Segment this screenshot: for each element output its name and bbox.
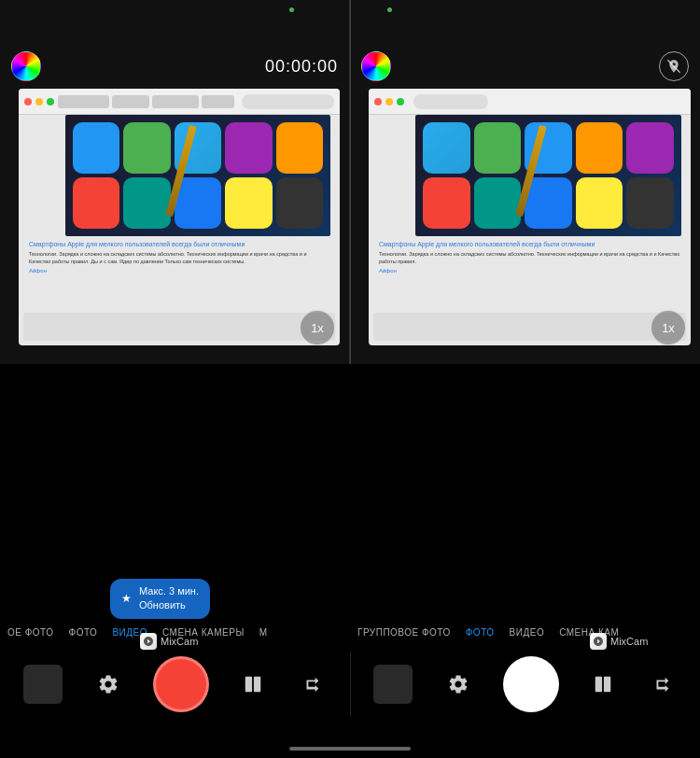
split-btn-right[interactable] xyxy=(588,669,618,699)
mode-tab-video-right[interactable]: ВИДЕО xyxy=(502,627,553,638)
controls-divider xyxy=(350,652,351,717)
app-icon-r-9 xyxy=(576,177,623,229)
browser-dot-red xyxy=(24,98,32,105)
app-icons-grid-right xyxy=(415,115,681,236)
browser-url-bar-left xyxy=(242,94,334,109)
right-indicator-dot xyxy=(387,7,392,12)
browser-bar-left xyxy=(19,89,340,115)
notification-line2: Обновить xyxy=(139,598,199,612)
zoom-btn-left[interactable]: 1x xyxy=(300,310,335,345)
app-icon-8 xyxy=(175,177,221,229)
app-icon-r-4 xyxy=(576,122,623,174)
mode-tab-m[interactable]: М xyxy=(252,627,275,638)
article-body-left: Технологии. Зарядка и сложно на складски… xyxy=(29,251,329,265)
article-footer-left xyxy=(23,313,335,341)
app-icons-grid-left xyxy=(65,115,330,236)
phone-display-left xyxy=(65,115,330,236)
svg-rect-1 xyxy=(245,677,252,693)
app-icon-r-8 xyxy=(525,177,572,229)
browser-dot-green xyxy=(47,98,54,105)
color-wheel-left[interactable] xyxy=(11,51,41,81)
flip-btn-right[interactable] xyxy=(647,669,677,699)
browser-tab-2 xyxy=(112,95,149,108)
right-cam-top-controls xyxy=(350,51,700,81)
app-icon-r-1 xyxy=(423,122,470,174)
app-icon-2 xyxy=(123,122,170,174)
notification-line1: Макс. 3 мин. xyxy=(139,584,199,598)
app-icon-7 xyxy=(123,177,170,229)
mode-tab-live-photo[interactable]: ОЕ ФОТО xyxy=(0,627,62,638)
top-indicator-dots xyxy=(0,7,700,12)
mode-tab-photo-left[interactable]: ФОТО xyxy=(62,627,105,638)
app-icon-4 xyxy=(225,122,272,174)
mode-tab-group-photo[interactable]: ГРУППОВОЕ ФОТО xyxy=(350,627,458,638)
left-browser-screenshot: Смартфоны Apple для мелкого пользователе… xyxy=(19,89,340,345)
notification-tooltip[interactable]: ★ Макс. 3 мин. Обновить xyxy=(110,579,210,619)
app-icon-r-10 xyxy=(626,177,674,229)
vertical-divider xyxy=(350,0,351,364)
mixcam-watermark-left: MixCam xyxy=(140,633,198,650)
zoom-btn-right[interactable]: 1x xyxy=(651,310,686,345)
app-icon-r-2 xyxy=(474,122,522,174)
mixcam-icon-left xyxy=(140,633,157,650)
thumbnail-btn-left[interactable] xyxy=(23,665,63,704)
article-link-right: Айфон xyxy=(379,268,680,274)
mixcam-icon-right xyxy=(590,633,607,650)
app-icon-r-5 xyxy=(626,122,674,174)
right-camera-panel: Смартфоны Apple для мелкого пользователе… xyxy=(350,0,700,364)
notification-text: Макс. 3 мин. Обновить xyxy=(139,584,199,613)
record-btn-left[interactable] xyxy=(153,656,209,712)
flip-btn-left[interactable] xyxy=(297,669,327,699)
browser-tab-1 xyxy=(58,95,109,108)
article-text-right: Смартфоны Apple для мелкого пользователе… xyxy=(373,236,686,311)
color-wheel-right[interactable] xyxy=(361,51,391,81)
browser-dot-yellow xyxy=(35,98,43,105)
right-browser-screenshot: Смартфоны Apple для мелкого пользователе… xyxy=(369,89,691,345)
controls-right xyxy=(350,652,700,717)
controls-left xyxy=(0,652,350,717)
mode-tab-photo-right[interactable]: ФОТО xyxy=(458,627,502,638)
split-btn-left[interactable] xyxy=(238,669,268,699)
article-title-right: Смартфоны Apple для мелкого пользователе… xyxy=(379,240,680,248)
gear-btn-right[interactable] xyxy=(441,667,475,701)
svg-rect-4 xyxy=(604,677,610,693)
app-icon-6 xyxy=(73,177,119,229)
left-cam-top-controls: 00:00:00 xyxy=(0,51,349,81)
mixcam-text-right: MixCam xyxy=(610,636,648,647)
phone-display-right xyxy=(415,115,681,236)
browser-url-bar-right xyxy=(413,94,488,109)
browser-dot-red-r xyxy=(374,98,382,105)
article-footer-right xyxy=(373,313,686,341)
home-indicator xyxy=(289,747,411,751)
svg-rect-2 xyxy=(254,677,260,693)
svg-rect-3 xyxy=(595,677,602,693)
app-icon-5 xyxy=(276,122,323,174)
article-body-right: Технологии. Зарядка и сложно на складски… xyxy=(379,251,680,265)
app-icon-r-7 xyxy=(474,177,522,229)
notification-star-icon: ★ xyxy=(121,592,132,605)
article-link-left: Айфон xyxy=(29,268,329,274)
browser-dot-green-r xyxy=(397,98,404,105)
location-off-icon[interactable] xyxy=(659,51,689,81)
shutter-btn-right[interactable] xyxy=(503,656,559,712)
app-icon-r-6 xyxy=(423,177,470,229)
app-icon-10 xyxy=(276,177,323,229)
browser-tab-4 xyxy=(202,95,234,108)
gear-btn-left[interactable] xyxy=(91,667,125,701)
thumbnail-btn-right[interactable] xyxy=(373,665,413,704)
article-title-left: Смартфоны Apple для мелкого пользователе… xyxy=(29,240,329,248)
article-text-left: Смартфоны Apple для мелкого пользователе… xyxy=(23,236,335,311)
mixcam-watermark-right: MixCam xyxy=(590,633,648,650)
browser-bar-right xyxy=(369,89,691,115)
browser-dot-yellow-r xyxy=(385,98,393,105)
app-icon-1 xyxy=(73,122,119,174)
app-icon-9 xyxy=(225,177,272,229)
left-camera-panel: Смартфоны Apple для мелкого пользователе… xyxy=(0,0,350,364)
browser-tab-3 xyxy=(152,95,199,108)
left-indicator-dot xyxy=(289,7,294,12)
timer-display: 00:00:00 xyxy=(265,57,338,77)
browser-tabs xyxy=(58,93,234,110)
mixcam-text-left: MixCam xyxy=(161,636,198,647)
